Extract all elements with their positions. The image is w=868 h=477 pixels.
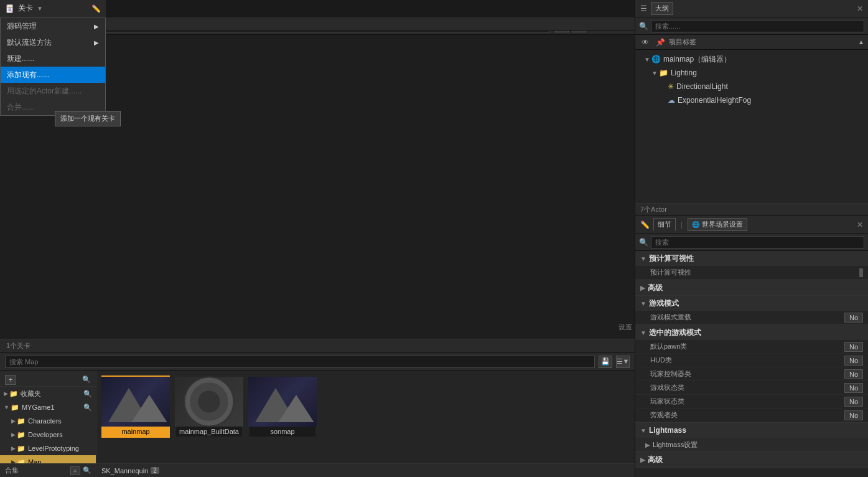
arrow-developers: ▶ [11,432,16,438]
row-game-mode-override: 游戏模式重载 No [635,311,868,324]
sidebar-item-characters[interactable]: ▶ 📁 Characters [0,414,96,428]
tree-item-directional-light[interactable]: ▶ ✳ DirectionalLight [635,80,868,93]
outline-search-bar: 🔍 [635,17,868,35]
label-mygame1: MYGame1 [22,404,82,411]
tree-item-mainmap[interactable]: ▼ 🌐 mainmap（编辑器） [635,52,868,66]
row-label-spectator: 旁观者类 [650,410,844,420]
arrow-lightmass-settings: ▶ [645,442,650,448]
props-toggle[interactable] [859,268,863,277]
world-icon-tab: 🌐 [692,221,699,228]
outline-tab[interactable]: 大纲 [651,2,673,15]
section-arrow-lightmass: ▼ [640,427,646,434]
fog-icon: ☁ [668,96,675,105]
directional-light-icon: ✳ [668,82,674,91]
section-title-game-mode: 游戏模式 [649,298,863,309]
content-search-input[interactable] [5,356,595,368]
menu-item-source-mgmt[interactable]: 源码管理 ▶ [1,18,105,34]
outline-search-input[interactable] [651,20,864,32]
menu-item-default-flow[interactable]: 默认流送方法 ▶ [1,34,105,50]
save-btn[interactable]: 💾 [599,356,612,368]
row-label-hud: HUD类 [650,356,844,365]
sidebar-tree: + 🔍 ▶ 📁 收藏夹 🔍 ▼ 📁 MYGame1 🔍 ▶ 📁 Characte [0,371,96,477]
tree-label-mainmap: mainmap（编辑器） [663,54,731,65]
collection-label: 合集 [5,466,19,475]
row-label-default-pawn: 默认pawn类 [650,342,844,351]
world-icon: 🌐 [651,55,661,64]
tree-item-lighting[interactable]: ▼ 📁 Lighting [635,66,868,80]
sidebar-item-level-prototyping[interactable]: ▶ 📁 LevelPrototyping [0,442,96,455]
section-arrow-adv2: ▶ [640,456,645,463]
section-title-adv2: 高级 [648,455,863,465]
tree-arrow-fog: ▶ [661,97,666,104]
arrow-favorites: ▶ [4,390,8,397]
eye-icon[interactable]: 👁 [639,37,651,48]
outline-filter-row: 👁 📌 项目标签 ▲ [635,35,868,50]
detail-tab[interactable]: 细节 [653,218,676,231]
svg-point-4 [198,390,220,412]
row-label-player-state: 玩家状态类 [650,397,844,406]
search-icon-sidebar[interactable]: 🔍 [82,375,91,384]
section-header-precomputed[interactable]: ▼ 预计算可视性 [635,251,868,266]
assets-grid: mainmap mainmap_BuiltData [96,371,635,477]
section-header-advanced2[interactable]: ▶ 高级 [635,452,868,467]
search-bottom[interactable]: 🔍 [83,466,91,475]
label-level-proto: LevelPrototyping [28,445,92,452]
props-content: ▼ 预计算可视性 预计算可视性 ▶ 高级 ▼ 游戏模式 [635,251,868,477]
section-arrow-precomputed: ▼ [640,255,646,262]
subsection-lightmass-settings[interactable]: ▶ Lightmass设置 [635,438,868,451]
pin-icon[interactable]: 📌 [654,37,666,48]
sidebar-item-favorites[interactable]: ▶ 📁 收藏夹 🔍 [0,387,96,400]
right-panel: ☰ 大纲 ✕ 🔍 👁 📌 项目标签 ▲ ▼ 🌐 mainmap（编辑器） ▼ 📁… [635,0,868,477]
sidebar-item-mygame1[interactable]: ▼ 📁 MYGame1 🔍 [0,400,96,414]
props-close-btn[interactable]: ✕ [857,220,863,229]
section-header-selected-gm[interactable]: ▼ 选中的游戏模式 [635,325,868,340]
asset-sonmap[interactable]: sonmap [248,375,317,438]
section-title-adv1: 高级 [648,283,863,293]
folder-add-btn[interactable]: + [5,375,16,385]
search-favorites[interactable]: 🔍 [83,390,92,398]
menu-item-new-from-actor: 用选定的Actor新建...... [1,83,105,99]
outline-tree: ▼ 🌐 mainmap（编辑器） ▼ 📁 Lighting ▶ ✳ Direct… [635,50,868,203]
row-label-player-ctrl: 玩家控制器类 [650,369,844,379]
section-lightmass: ▼ Lightmass ▶ Lightmass设置 [635,423,868,452]
row-val-player-state: No [844,397,863,407]
bottom-panel: 💾 ☰▼ + 🔍 ▶ 📁 收藏夹 🔍 ▼ 📁 MYGame1 🔍 [0,352,635,477]
bottom-content: + 🔍 ▶ 📁 收藏夹 🔍 ▼ 📁 MYGame1 🔍 ▶ 📁 Characte [0,371,635,477]
section-arrow-adv1: ▶ [640,285,645,291]
props-search-input[interactable] [651,236,864,248]
outline-panel-header: ☰ 大纲 ✕ [635,0,868,17]
world-settings-tab[interactable]: 🌐 世界场景设置 [688,218,747,231]
label-characters: Characters [28,417,92,425]
dropdown-menu: 源码管理 ▶ 默认流送方法 ▶ 新建...... 添加现有...... 用选定的… [0,17,106,116]
bottom-toolbar: 💾 ☰▼ [0,353,635,371]
folder-add-bottom[interactable]: + [70,466,80,475]
sidebar-item-developers[interactable]: ▶ 📁 Developers [0,428,96,442]
filter-label: 项目标签 [669,37,856,47]
row-val-hud: No [844,356,863,366]
row-default-pawn: 默认pawn类 No [635,340,868,354]
menu-edit-icon[interactable]: ✏️ [91,4,101,13]
search-mygame1[interactable]: 🔍 [83,404,92,412]
label-developers: Developers [28,431,92,438]
row-val-game-state: No [844,383,863,393]
folder-icon-favorites: 📁 [9,390,18,398]
asset-mainmap[interactable]: mainmap [101,375,170,438]
props-edit-icon: ✏️ [640,220,650,229]
menu-item-add-existing[interactable]: 添加现有...... [1,67,105,83]
asset-mainmap-built[interactable]: mainmap_BuiltData [175,375,243,438]
tree-item-exp-fog[interactable]: ▶ ☁ ExponentialHeightFog [635,93,868,107]
outline-close-btn[interactable]: ✕ [857,4,863,13]
folder-icon-level-proto: 📁 [17,445,26,453]
row-label-game-state: 游戏状态类 [650,383,844,392]
level-count: 1个关卡 [6,341,30,351]
menu-item-new[interactable]: 新建...... [1,50,105,67]
filter-btn[interactable]: ☰▼ [616,356,630,368]
section-header-lightmass[interactable]: ▼ Lightmass [635,423,868,438]
section-title-selected-gm: 选中的游戏模式 [649,328,863,338]
section-header-game-mode[interactable]: ▼ 游戏模式 [635,296,868,311]
sort-arrow[interactable]: ▲ [858,39,864,45]
submenu-arrow: ▶ [94,23,99,30]
row-spectator: 旁观者类 No [635,409,868,422]
section-header-advanced1[interactable]: ▶ 高级 [635,280,868,295]
tree-arrow-dir-light: ▶ [661,83,666,90]
